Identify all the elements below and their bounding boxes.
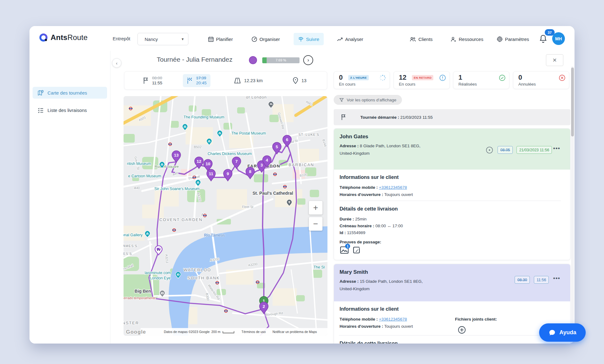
map-report-link[interactable]: Notificar un problema de Maps xyxy=(273,330,317,334)
spinner-icon xyxy=(379,74,386,83)
phone-link[interactable]: +33612345678 xyxy=(379,185,407,190)
map-label: ST. LUKE'S xyxy=(298,133,319,136)
signature-proof-button[interactable] xyxy=(353,246,361,255)
map-label: onal Gallery xyxy=(124,233,143,237)
signature-icon xyxy=(353,246,361,254)
divider xyxy=(339,335,561,335)
warehouse-select[interactable]: Nancy ▼ xyxy=(137,33,188,45)
next-route-button[interactable]: › xyxy=(303,55,313,65)
help-chat-button[interactable]: Ayuda xyxy=(539,323,586,342)
stops-stat: 13 xyxy=(292,77,306,84)
on-time-label: En cours xyxy=(339,82,355,87)
nav-organiser-label: Organiser xyxy=(259,37,280,42)
underground-station-icon xyxy=(224,310,228,313)
on-time-count: 0 xyxy=(339,73,343,82)
map-label: St. Paul's Cathedral xyxy=(253,191,293,196)
nav-analyser-label: Analyser xyxy=(345,37,363,42)
top-navbar: AntsRoute Entrepôt Nancy ▼ Planifier Org… xyxy=(29,26,575,51)
phone-link[interactable]: +33612345678 xyxy=(379,317,407,322)
route-color-dot xyxy=(249,56,257,64)
client-section-title: Informations sur le client xyxy=(340,175,399,180)
hours-row: Horaires d'ouverture : Toujours ouvert xyxy=(340,324,413,329)
underground-station-icon xyxy=(172,229,176,232)
distance-stat: 12.23 km xyxy=(233,77,263,84)
delivery-header: John Gates Adresse : 8 Glade Path, Londo… xyxy=(334,129,570,170)
sidebar-item-liste-des-livraisons[interactable]: Liste des livraisons xyxy=(33,104,107,116)
route-map[interactable]: of LondonA501A501The Foundling MuseumThe… xyxy=(124,96,327,336)
map-label: The Sl xyxy=(313,265,325,269)
map-terms-link[interactable]: Términos de uso xyxy=(241,330,266,334)
underground-station-icon xyxy=(192,176,196,179)
panel-scrollbar-thumb[interactable] xyxy=(571,68,574,136)
underground-station-icon xyxy=(129,107,133,110)
bell-icon xyxy=(539,34,548,43)
more-options-icon[interactable]: ••• xyxy=(553,145,560,152)
status-card-cancelled: 0 Annulées xyxy=(513,71,569,89)
marker-number: 6 xyxy=(286,137,288,142)
customer-address: Adresse : 8 Glade Path, London SE1 8EG, … xyxy=(340,142,476,157)
deliveries-panel: Voir les options d'affichage Tournée dém… xyxy=(334,93,570,344)
marker-number: 12 xyxy=(196,159,201,164)
brand-name: AntsRoute xyxy=(51,33,88,42)
marker-number: 5 xyxy=(276,144,278,149)
info-circle-icon xyxy=(439,74,446,83)
more-options-icon[interactable]: ••• xyxy=(553,275,560,282)
start-time-stat: 08:0011:55 xyxy=(142,76,162,86)
marker-number: 9 xyxy=(227,171,229,176)
map-label: WATERLOO xyxy=(184,268,211,272)
add-attachment-button[interactable] xyxy=(458,326,466,334)
proofs-label: Preuves de passage: xyxy=(340,240,381,244)
marker-number: 7 xyxy=(235,159,238,164)
map-label: Big Ben xyxy=(135,289,151,294)
delivery-card-mary-smith[interactable]: Mary Smith Adresse : 15 Glade Path, Lond… xyxy=(334,264,570,344)
marker-number: 2 xyxy=(263,304,265,309)
planned-end: 17:39 xyxy=(196,76,207,81)
map-label: London Eye xyxy=(150,276,171,280)
cancelled-count: 0 xyxy=(518,73,522,82)
zoom-out-button[interactable]: − xyxy=(309,217,322,231)
zoom-in-button[interactable]: + xyxy=(309,201,322,215)
delivery-card-john-gates[interactable]: John Gates Adresse : 8 Glade Path, Londo… xyxy=(334,128,570,260)
display-options-button[interactable]: Voir les options d'affichage xyxy=(334,95,402,105)
planned-time-chip: 08.30 xyxy=(515,276,530,284)
nav-suivre[interactable]: Suivre xyxy=(294,33,324,45)
app-window: AntsRoute Entrepôt Nancy ▼ Planifier Org… xyxy=(29,26,575,344)
photo-count-badge: 1 xyxy=(345,244,350,249)
notifications-bell[interactable] xyxy=(539,34,549,45)
nav-clients[interactable]: Clients xyxy=(410,33,433,45)
late-count: 12 xyxy=(399,73,406,82)
warehouse-label: Entrepôt xyxy=(113,36,130,41)
status-card-done: 1 Réalisées xyxy=(453,71,509,89)
route-progress-bar: 7.69 % xyxy=(262,57,300,63)
antsroute-logo[interactable]: AntsRoute xyxy=(39,33,88,42)
map-label: Fleet St xyxy=(242,205,253,209)
actual-time-chip: 21/03/2023 11:56 xyxy=(516,146,552,154)
customer-name: John Gates xyxy=(340,134,368,140)
nav-analyser[interactable]: Analyser xyxy=(337,33,363,45)
locate-icon[interactable] xyxy=(485,146,494,154)
map-label: MES'S xyxy=(124,252,132,255)
person-plus-icon xyxy=(450,36,457,42)
filter-icon xyxy=(339,98,344,102)
attachments-label: Fichiers joints client: xyxy=(455,317,497,322)
progress-label: 7.69 % xyxy=(262,58,300,62)
close-panel-button[interactable]: ✕ xyxy=(546,54,563,66)
nav-planifier[interactable]: Planifier xyxy=(208,33,233,45)
map-label: SOUTH BANK xyxy=(187,276,220,280)
actual-time-chip: 11:56 xyxy=(534,276,549,284)
nav-suivre-label: Suivre xyxy=(306,37,319,42)
nav-organiser[interactable]: Organiser xyxy=(251,33,280,45)
actual-start: 11:55 xyxy=(152,81,162,86)
late-badge: EN RETARD xyxy=(412,75,433,80)
event-datetime: 21/03/2023 11:55 xyxy=(400,115,433,120)
chevron-down-icon: ▼ xyxy=(181,37,184,41)
sidebar-collapse-button[interactable]: ‹ xyxy=(112,58,121,68)
nav-ressources[interactable]: Ressources xyxy=(450,33,483,45)
sidebar-item-carte-des-tournees[interactable]: Carte des tournées xyxy=(33,87,107,99)
panel-scrollbar-track[interactable] xyxy=(571,66,574,344)
map-label: Charles Dickens Museum xyxy=(208,152,252,156)
nav-parametres[interactable]: Paramètres xyxy=(497,33,529,45)
photo-proof-button[interactable]: 1 xyxy=(340,246,349,255)
avatar[interactable]: MH xyxy=(552,32,565,45)
done-label: Réalisées xyxy=(458,82,477,87)
